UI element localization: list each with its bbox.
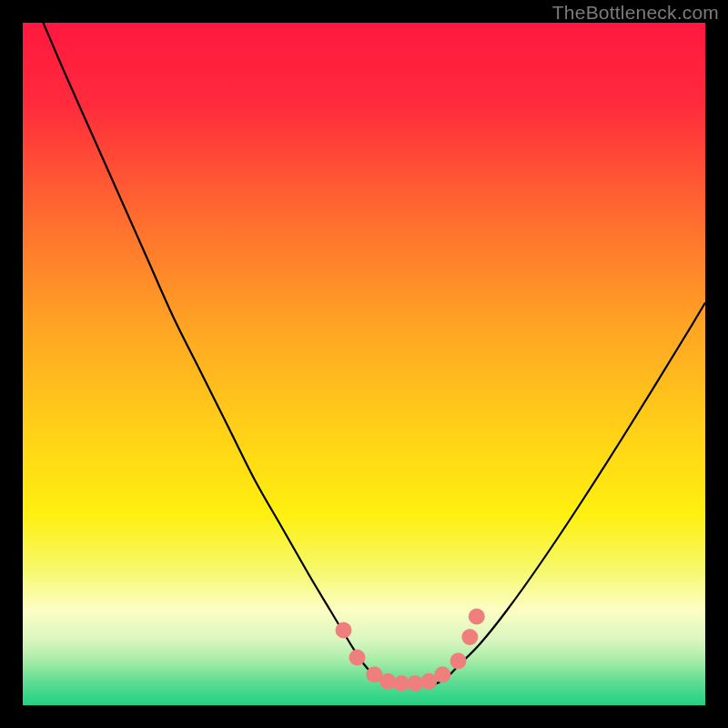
watermark-text: TheBottleneck.com: [552, 2, 719, 24]
highlight-dot: [336, 622, 352, 639]
highlight-dot: [469, 609, 485, 625]
gradient-background: [23, 23, 705, 705]
chart-svg: [23, 23, 705, 705]
highlight-dot: [461, 629, 478, 645]
highlight-dot: [349, 650, 366, 666]
highlight-dot: [450, 652, 467, 669]
outer-frame: TheBottleneck.com: [0, 0, 728, 728]
highlight-dot: [407, 675, 423, 692]
chart-plot-area: [23, 23, 705, 705]
highlight-dot: [434, 666, 450, 682]
